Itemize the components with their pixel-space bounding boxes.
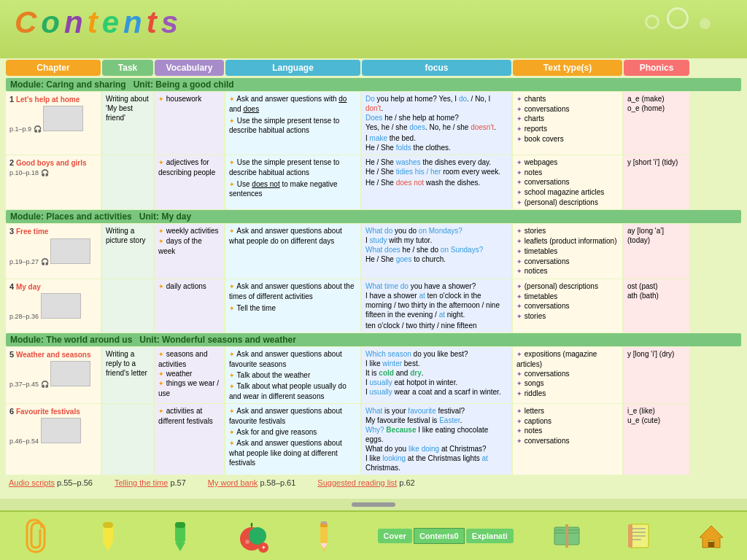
cell-task-5: Writing a reply to a friend's letter [102,347,153,403]
link-wordbank[interactable]: My word bank p.58–p.61 [208,478,295,487]
deco-circle-1 [667,7,689,29]
svg-point-8 [245,540,249,544]
page-input[interactable] [414,528,465,544]
cell-vocab-5: ✦ seasons and activities ✦ weather ✦ thi… [155,347,224,403]
cell-chapter-5: 5 Weather and seasons p.37–p.45 🎧 [6,347,101,403]
content-table-area: Module: Caring and sharing Unit: Being a… [0,77,747,499]
cell-phonics-1: a_e (make) o_e (home) [624,92,689,155]
home-icon[interactable] [693,518,729,554]
svg-rect-13 [321,521,327,524]
cell-task-4 [102,279,153,332]
scroll-indicator [0,499,747,510]
svg-marker-1 [103,542,113,551]
col-task: Task [102,60,153,76]
bottom-links: Audio scripts p.55–p.56 Telling the time… [6,475,741,490]
cell-vocab-1: ✦ housework [155,92,224,155]
cell-language-5: ✦ Ask and answer questions about favouri… [225,347,360,403]
title-letter-e: e [102,5,123,39]
col-texttype: Text type(s) [513,60,622,76]
title-letter-o: o [41,5,64,39]
chapter-1-img [43,106,83,131]
chapter-4-link[interactable]: My day [16,283,41,291]
cell-language-3: ✦ Ask and answer questions about what pe… [225,224,360,278]
chapter-row-4: 4 My day p.28–p.36 ✦ daily actions ✦ Ask… [6,279,741,332]
cell-focus-3: What do you do on Mondays? I study with … [362,224,511,278]
title-letter-s: s [161,5,182,39]
chapter-3-link[interactable]: Free time [16,228,48,236]
header: Contents [0,0,747,58]
title-letter-t1: t [88,5,102,39]
module-header-1: Module: Caring and sharing Unit: Being a… [6,78,741,91]
cover-button[interactable]: Cover [378,529,412,543]
link-reading[interactable]: Suggested reading list p.62 [317,478,414,487]
col-chapter: Chapter [6,60,101,76]
cell-chapter-3: 3 Free time p.19–p.27 🎧 [6,224,101,278]
chapter-2-link[interactable]: Good boys and girls [16,159,87,167]
cell-texttype-2: ✦ webpages ✦ notes ✦ conversations ✦ sch… [513,155,622,209]
cell-phonics-5: y [long 'i'] (dry) [624,347,689,403]
pencil-icon[interactable] [306,518,342,554]
scroll-bar[interactable] [352,502,395,507]
cell-focus-2: He / She washes the dishes every day. He… [362,155,511,209]
title-letter-c: C [15,5,41,39]
title-letter-t2: t [147,5,161,39]
cell-focus-6: What is your favourite festival? My favo… [362,404,511,475]
chapter-row-3: 3 Free time p.19–p.27 🎧 Writing a pictur… [6,224,741,278]
chapter-5-link[interactable]: Weather and seasons [16,351,91,359]
nav-controls: Cover Explanati [378,528,514,544]
apple-icon[interactable]: + [233,518,270,554]
cell-vocab-6: ✦ activities at different festivals [155,404,224,475]
cell-task-2 [102,155,153,209]
chapter-row-6: 6 Favourite festivals p.46–p.54 ✦ activi… [6,404,741,475]
cell-vocab-4: ✦ daily actions [155,279,224,332]
cell-chapter-4: 4 My day p.28–p.36 [6,279,101,332]
cell-focus-4: What time do you have a shower? I have a… [362,279,511,332]
link-audio[interactable]: Audio scripts p.55–p.56 [9,478,93,487]
cell-texttype-5: ✦ expositions (magazine articles) ✦ conv… [513,347,622,403]
cell-focus-5: Which season do you like best? I like wi… [362,347,511,403]
link-telling[interactable]: Telling the time p.57 [115,478,186,487]
cell-phonics-6: i_e (like) u_e (cute) [624,404,689,475]
bottom-toolbar: + Cover Explanati [0,510,747,560]
explanati-button[interactable]: Explanati [466,529,514,543]
chapter-row-5: 5 Weather and seasons p.37–p.45 🎧 Writin… [6,347,741,403]
cell-language-6: ✦ Ask and answer questions about favouri… [225,404,360,475]
marker-green-icon[interactable] [162,518,198,554]
svg-rect-5 [175,522,185,528]
chapter-3-img [50,238,90,264]
svg-marker-4 [175,542,185,551]
chapter-4-img [41,293,81,319]
cell-texttype-1: ✦ chants ✦ conversations ✦ charts ✦ repo… [513,92,622,155]
svg-rect-26 [628,524,632,548]
cell-phonics-2: y [short 'i'] (tidy) [624,155,689,209]
marker-yellow-icon[interactable] [90,518,126,554]
cell-phonics-3: ay [long 'a'] (today) [624,224,689,278]
cell-task-6 [102,404,153,475]
cell-task-1: Writing about 'My best friend' [102,92,153,155]
deco-circle-3 [700,18,711,29]
chapter-1-link[interactable]: Let's help at home [16,96,80,104]
cell-focus-1: Do you help at home? Yes, I do. / No, I … [362,92,511,155]
chapter-6-link[interactable]: Favourite festivals [16,408,80,416]
col-language: Language [225,60,360,76]
svg-rect-28 [708,542,714,548]
paperclip-icon[interactable] [18,518,54,554]
title-letter-n: n [64,5,88,39]
title-letter-n2: n [123,5,147,39]
chapter-5-img [50,361,90,386]
svg-marker-11 [320,543,328,549]
module-header-3: Module: The world around us Unit: Wonder… [6,333,741,346]
chapter-6-img [41,418,81,443]
col-phonics: Phonics [624,60,689,76]
cell-texttype-4: ✦ (personal) descriptions ✦ timetables ✦… [513,279,622,332]
cell-chapter-6: 6 Favourite festivals p.46–p.54 [6,404,101,475]
cell-vocab-2: ✦ adjectives for describing people [155,155,224,209]
svg-rect-2 [103,522,113,528]
book-open-icon[interactable] [549,518,585,554]
cell-vocab-3: ✦ weekly activities ✦ days of the week [155,224,224,278]
cell-language-4: ✦ Ask and answer questions about the tim… [225,279,360,332]
cell-language-2: ✦ Use the simple present tense to descri… [225,155,360,209]
notes-icon[interactable] [621,518,657,554]
chapter-row-1: 1 Let's help at home p.1–p.9 🎧 Writing a… [6,92,741,155]
cell-chapter-2: 2 Good boys and girls p.10–p.18 🎧 [6,155,101,209]
